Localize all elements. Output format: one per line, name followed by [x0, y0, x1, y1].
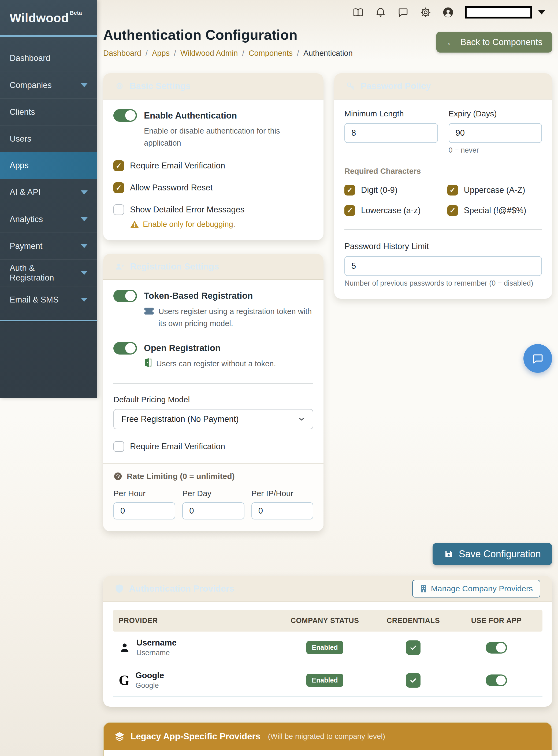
provider-sub: Username — [136, 649, 177, 657]
checkbox-checked-icon[interactable] — [345, 205, 355, 216]
expiry-help: 0 = never — [449, 146, 542, 154]
breadcrumb-components[interactable]: Components — [238, 49, 293, 58]
per-ip-hour-label: Per IP/Hour — [251, 489, 313, 498]
basic-settings-card: Basic Settings Enable Authentication Ena… — [103, 73, 324, 240]
lowercase-checkbox-row[interactable]: Lowercase (a-z) — [345, 205, 439, 216]
legacy-title: Legacy App-Specific Providers — [130, 731, 260, 741]
avatar-icon[interactable] — [442, 6, 454, 18]
sidebar-item-ai-api[interactable]: AI & API — [0, 179, 97, 206]
credentials-check-icon — [406, 673, 421, 688]
token-registration-toggle[interactable] — [113, 290, 137, 302]
providers-table: PROVIDER COMPANY STATUS CREDENTIALS USE … — [113, 610, 542, 697]
require-email-verification-checkbox-row[interactable]: Require Email Verification — [113, 161, 313, 171]
authentication-providers-card: Authentication Providers Manage Company … — [103, 576, 552, 707]
history-limit-input[interactable] — [345, 256, 542, 276]
bell-icon[interactable] — [375, 6, 386, 18]
history-help: Number of previous passwords to remember… — [345, 279, 542, 288]
pricing-model-select[interactable]: Free Registration (No Payment) — [113, 409, 313, 429]
expiry-label: Expiry (Days) — [449, 109, 542, 118]
pricing-model-label: Default Pricing Model — [113, 395, 313, 404]
per-hour-input[interactable] — [113, 502, 175, 519]
special-checkbox-row[interactable]: Special (!@#$%) — [447, 205, 542, 216]
save-configuration-button[interactable]: Save Configuration — [433, 543, 552, 565]
manage-company-providers-button[interactable]: Manage Company Providers — [412, 580, 540, 598]
allow-password-reset-checkbox-row[interactable]: Allow Password Reset — [113, 182, 313, 193]
sidebar-item-companies[interactable]: Companies — [0, 72, 97, 98]
per-hour-label: Per Hour — [113, 489, 175, 498]
uppercase-checkbox-row[interactable]: Uppercase (A-Z) — [447, 185, 542, 195]
sidebar-item-users[interactable]: Users — [0, 125, 97, 152]
back-to-components-button[interactable]: Back to Components — [436, 32, 552, 53]
chat-fab-button[interactable] — [524, 344, 552, 373]
app-logo[interactable]: WildwoodBeta — [10, 10, 82, 25]
sidebar-item-clients[interactable]: Clients — [0, 98, 97, 125]
card-title: Basic Settings — [129, 81, 190, 91]
enable-authentication-label: Enable Authentication — [144, 111, 237, 121]
authentication-providers-header: Authentication Providers Manage Company … — [103, 576, 552, 602]
warning-icon — [130, 220, 139, 229]
sidebar-divider — [0, 320, 97, 321]
card-title: Registration Settings — [130, 262, 219, 272]
digit-checkbox-row[interactable]: Digit (0-9) — [345, 185, 439, 195]
use-for-app-toggle[interactable] — [486, 675, 507, 686]
checkbox-unchecked-icon[interactable] — [113, 204, 124, 215]
chevron-down-icon — [81, 244, 87, 248]
token-registration-desc: Users register using a registration toke… — [158, 306, 313, 330]
breadcrumb-dashboard[interactable]: Dashboard — [103, 49, 141, 58]
rate-limiting-footer: Rate Limiting (0 = unlimited) Per Hour P… — [103, 463, 324, 531]
pricing-model-value: Free Registration (No Payment) — [121, 414, 239, 424]
enable-authentication-toggle[interactable] — [113, 109, 137, 122]
provider-row-google: G Google Google Enabled — [113, 664, 542, 697]
user-menu-caret-icon[interactable] — [538, 10, 545, 15]
col-use-for-app: USE FOR APP — [456, 616, 537, 625]
sidebar-item-email-sms[interactable]: Email & SMS — [0, 286, 97, 313]
user-name-redacted[interactable] — [465, 6, 532, 19]
chat-icon[interactable] — [397, 6, 409, 18]
provider-name: Google — [135, 671, 164, 680]
building-icon — [420, 585, 427, 593]
sidebar-item-analytics[interactable]: Analytics — [0, 206, 97, 233]
checkbox-checked-icon[interactable] — [113, 182, 124, 193]
person-icon — [119, 642, 130, 654]
min-length-label: Minimum Length — [345, 109, 438, 118]
sidebar-item-apps[interactable]: Apps — [0, 152, 97, 179]
status-badge: Enabled — [306, 641, 343, 654]
reg-require-email-checkbox-row[interactable]: Require Email Verification — [113, 441, 313, 452]
open-registration-toggle[interactable] — [113, 342, 137, 355]
per-day-input[interactable] — [182, 502, 244, 519]
legacy-providers-header: Legacy App-Specific Providers (Will be m… — [104, 723, 552, 750]
show-detailed-errors-checkbox-row[interactable]: Show Detailed Error Messages — [113, 204, 313, 215]
sidebar-item-dashboard[interactable]: Dashboard — [0, 45, 97, 72]
sidebar-header: WildwoodBeta — [0, 0, 97, 37]
checkbox-checked-icon[interactable] — [447, 205, 458, 216]
chevron-down-icon — [81, 271, 87, 275]
status-badge: Enabled — [306, 674, 343, 687]
expiry-input[interactable] — [449, 123, 542, 143]
checkbox-unchecked-icon[interactable] — [113, 441, 124, 452]
provider-name: Username — [136, 638, 177, 648]
gear-faint-icon — [115, 81, 124, 91]
rate-limiting-title: Rate Limiting (0 = unlimited) — [127, 472, 235, 481]
use-for-app-toggle[interactable] — [486, 642, 507, 654]
door-icon — [144, 358, 152, 367]
checkbox-checked-icon[interactable] — [345, 185, 355, 195]
sidebar-item-auth-registration[interactable]: Auth & Registration — [0, 259, 97, 286]
legacy-providers-card: Legacy App-Specific Providers (Will be m… — [103, 722, 552, 756]
sidebar-item-payment[interactable]: Payment — [0, 233, 97, 259]
rate-limit-icon — [113, 472, 123, 481]
book-icon[interactable] — [352, 6, 364, 18]
checkbox-checked-icon[interactable] — [447, 185, 458, 195]
topbar — [97, 0, 558, 25]
chevron-down-icon — [298, 415, 305, 423]
breadcrumb-wildwood-admin[interactable]: Wildwood Admin — [170, 49, 238, 58]
divider — [345, 229, 542, 230]
google-g-icon: G — [119, 674, 129, 687]
person-plus-faint-icon — [115, 262, 125, 271]
provider-sub: Google — [135, 681, 164, 690]
per-ip-hour-input[interactable] — [251, 502, 313, 519]
gear-icon[interactable] — [420, 6, 431, 18]
min-length-input[interactable] — [345, 123, 438, 143]
checkbox-checked-icon[interactable] — [113, 161, 124, 171]
registration-settings-header: Registration Settings — [103, 254, 324, 280]
breadcrumb-apps[interactable]: Apps — [141, 49, 170, 58]
